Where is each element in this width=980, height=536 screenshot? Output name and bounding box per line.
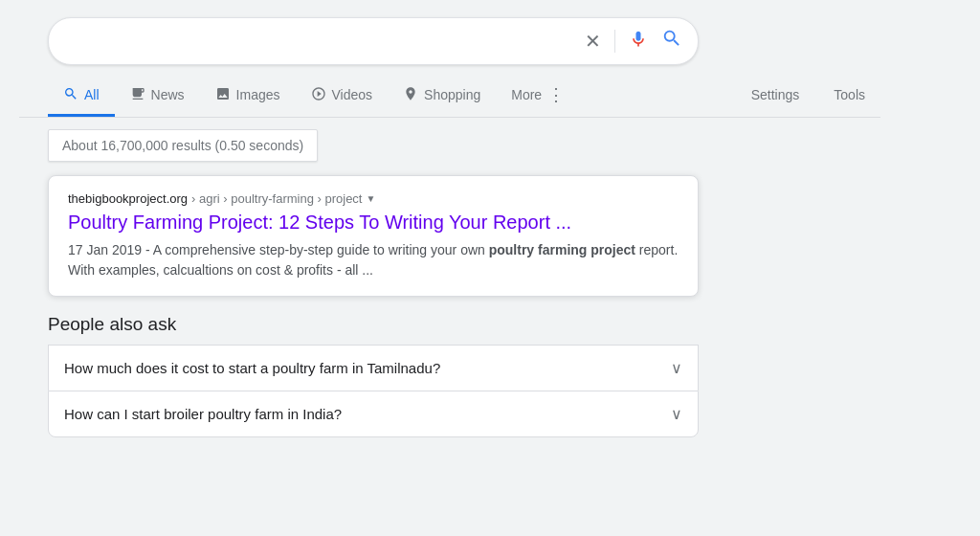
settings-tab[interactable]: Settings — [736, 78, 815, 115]
news-tab-icon — [130, 86, 145, 104]
tab-shopping[interactable]: Shopping — [388, 77, 496, 117]
paa-title: People also ask — [48, 314, 699, 335]
tab-news[interactable]: News — [115, 77, 200, 117]
result-card: thebigbookproject.org › agri › poultry-f… — [48, 175, 699, 297]
settings-label: Settings — [751, 87, 800, 102]
more-tab-icon: ⋮ — [547, 84, 565, 105]
tab-all-label: All — [84, 87, 100, 102]
people-also-ask-section: People also ask How much does it cost to… — [48, 314, 699, 437]
tab-images-label: Images — [236, 87, 280, 102]
result-url-line: thebigbookproject.org › agri › poultry-f… — [68, 191, 679, 206]
paa-item-0[interactable]: How much does it cost to start a poultry… — [48, 345, 699, 391]
shopping-tab-icon — [403, 86, 418, 104]
result-dropdown-icon[interactable]: ▼ — [366, 193, 375, 204]
tools-label: Tools — [834, 87, 865, 102]
paa-question-0: How much does it cost to start a poultry… — [64, 360, 440, 376]
chevron-down-icon-1: ∨ — [671, 405, 682, 423]
search-icons: ✕ — [585, 28, 682, 55]
tab-all[interactable]: All — [48, 77, 115, 117]
tab-videos-label: Videos — [332, 87, 373, 102]
search-button-icon[interactable] — [661, 28, 682, 55]
tab-news-label: News — [151, 87, 185, 102]
search-bar: poultry farming project ✕ — [48, 17, 699, 65]
chevron-down-icon-0: ∨ — [671, 359, 682, 377]
clear-icon[interactable]: ✕ — [585, 30, 601, 53]
images-tab-icon — [215, 86, 231, 104]
mic-icon[interactable] — [629, 30, 648, 53]
result-snippet: 17 Jan 2019 - A comprehensive step-by-st… — [68, 240, 679, 280]
result-path: › agri › poultry-farming › project — [191, 191, 362, 206]
result-title[interactable]: Poultry Farming Project: 12 Steps To Wri… — [68, 210, 679, 234]
snippet-bold: poultry farming project — [489, 242, 635, 257]
all-tab-icon — [63, 86, 78, 104]
snippet-text: - A comprehensive step-by-step guide to … — [142, 242, 489, 257]
paa-item-1[interactable]: How can I start broiler poultry farm in … — [48, 391, 699, 437]
nav-tabs: All News Images Videos Shopping — [19, 65, 880, 118]
tools-tab[interactable]: Tools — [818, 78, 880, 115]
tab-videos[interactable]: Videos — [296, 77, 389, 117]
nav-right: Settings Tools — [736, 78, 880, 114]
videos-tab-icon — [311, 86, 326, 104]
more-tab-label: More — [511, 87, 542, 102]
vertical-divider — [614, 30, 615, 53]
tab-more[interactable]: More ⋮ — [496, 75, 580, 118]
result-domain: thebigbookproject.org — [68, 191, 188, 206]
tab-images[interactable]: Images — [200, 77, 296, 117]
results-count: About 16,700,000 results (0.50 seconds) — [48, 129, 318, 162]
search-input[interactable]: poultry farming project — [64, 32, 585, 52]
tab-shopping-label: Shopping — [424, 87, 480, 102]
main-container: poultry farming project ✕ — [0, 0, 980, 536]
snippet-date: 17 Jan 2019 — [68, 242, 142, 257]
paa-question-1: How can I start broiler poultry farm in … — [64, 406, 342, 422]
